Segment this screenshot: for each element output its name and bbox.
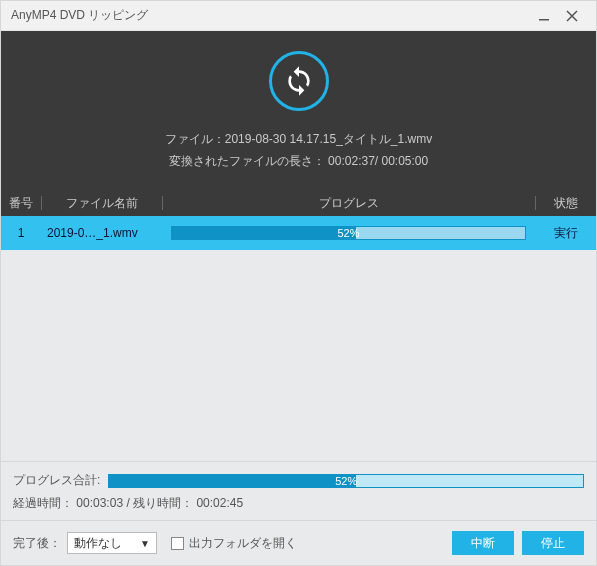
sync-icon: [283, 65, 315, 97]
summary-panel: プログレス合計: 52% 経過時間： 00:03:03 / 残り時間： 00:0…: [1, 461, 596, 520]
after-done-label: 完了後：: [13, 535, 61, 552]
hero-length-label: 変換されたファイルの長さ：: [169, 154, 325, 168]
hero-file-line: ファイル：2019-08-30 14.17.15_タイトル_1.wmv: [165, 129, 432, 151]
row-status: 実行: [536, 225, 596, 242]
total-progress-bar-wrap: 52%: [108, 474, 584, 488]
col-header-name: ファイル名前: [42, 195, 162, 212]
hero-file-label: ファイル：: [165, 132, 225, 146]
svg-rect-0: [539, 19, 549, 21]
total-progress-bar: 52%: [108, 474, 584, 488]
row-progress: 52%: [161, 226, 536, 240]
file-list: 1 2019-0…_1.wmv 52% 実行: [1, 216, 596, 461]
chevron-down-icon: ▼: [140, 538, 150, 549]
progress-bar: 52%: [171, 226, 526, 240]
minimize-icon: [538, 10, 550, 22]
open-folder-label: 出力フォルダを開く: [189, 535, 297, 552]
close-button[interactable]: [558, 1, 586, 30]
total-progress-bar-label: 52%: [335, 475, 357, 487]
after-done-select[interactable]: 動作なし ▼: [67, 532, 157, 554]
interrupt-button[interactable]: 中断: [452, 531, 514, 555]
remain-label: 残り時間：: [133, 496, 193, 510]
total-progress-label: プログレス合計:: [13, 472, 100, 489]
hero-length-current: 00:02:37: [328, 154, 375, 168]
sync-icon-circle: [269, 51, 329, 111]
total-progress-bar-fill: [109, 475, 355, 487]
window-title: AnyMP4 DVD リッピング: [11, 7, 530, 24]
progress-bar-fill: [172, 227, 356, 239]
table-header: 番号 ファイル名前 プログレス 状態: [1, 190, 596, 216]
after-done-value: 動作なし: [74, 535, 122, 552]
checkbox-box: [171, 537, 184, 550]
col-header-status: 状態: [536, 195, 596, 212]
hero-panel: ファイル：2019-08-30 14.17.15_タイトル_1.wmv 変換され…: [1, 31, 596, 190]
remain-value: 00:02:45: [196, 496, 243, 510]
elapsed-label: 経過時間：: [13, 496, 73, 510]
window: AnyMP4 DVD リッピング ファイル：2019-08-30 14.17.1…: [0, 0, 597, 566]
row-num: 1: [1, 226, 41, 240]
titlebar: AnyMP4 DVD リッピング: [1, 1, 596, 31]
total-progress-row: プログレス合計: 52%: [13, 472, 584, 489]
time-row: 経過時間： 00:03:03 / 残り時間： 00:02:45: [13, 495, 584, 512]
hero-length-line: 変換されたファイルの長さ： 00:02:37/ 00:05:00: [169, 151, 428, 173]
row-filename: 2019-0…_1.wmv: [41, 226, 161, 240]
stop-button[interactable]: 停止: [522, 531, 584, 555]
elapsed-value: 00:03:03: [76, 496, 123, 510]
time-separator: /: [126, 496, 129, 510]
col-header-num: 番号: [1, 195, 41, 212]
hero-file-name: 2019-08-30 14.17.15_タイトル_1.wmv: [225, 132, 432, 146]
open-folder-checkbox[interactable]: 出力フォルダを開く: [171, 535, 297, 552]
table-row[interactable]: 1 2019-0…_1.wmv 52% 実行: [1, 216, 596, 250]
col-header-progress: プログレス: [163, 195, 535, 212]
footer: 完了後： 動作なし ▼ 出力フォルダを開く 中断 停止: [1, 520, 596, 565]
progress-bar-label: 52%: [337, 227, 359, 239]
minimize-button[interactable]: [530, 1, 558, 30]
hero-length-total: 00:05:00: [382, 154, 429, 168]
close-icon: [566, 10, 578, 22]
